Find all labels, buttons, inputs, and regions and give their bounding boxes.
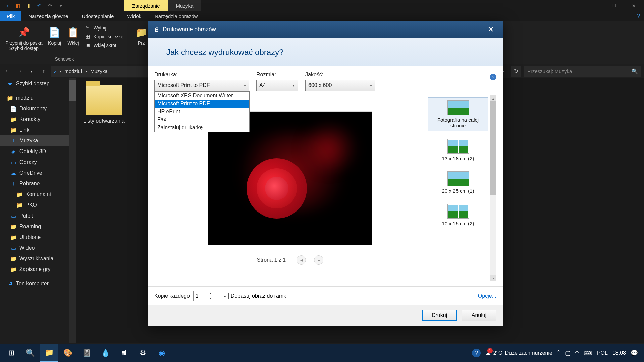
sidebar-item-links[interactable]: 📁Linki: [0, 125, 76, 135]
qat-dropdown-icon[interactable]: ▾: [58, 3, 64, 9]
weather-widget[interactable]: ☁1 2°C Duże zachmurzenie: [485, 350, 552, 356]
copies-input[interactable]: 1 ▴▾: [193, 291, 214, 301]
dropdown-item[interactable]: Microsoft XPS Document Writer: [155, 92, 249, 100]
tab-image-tools[interactable]: Narzędzia obrazów: [148, 11, 204, 21]
dropdown-item[interactable]: HP ePrint: [155, 108, 249, 116]
sidebar-item-onedrive[interactable]: ☁OneDrive: [0, 168, 76, 178]
tray-notifications-icon[interactable]: 💬: [631, 349, 638, 357]
sidebar-item-label: Obiekty 3D: [19, 148, 46, 155]
layout-full-page[interactable]: Fotografia na całej stronie: [428, 97, 488, 131]
help-badge-icon[interactable]: ?: [472, 349, 481, 357]
maximize-button[interactable]: ☐: [604, 0, 624, 11]
sidebar-item-pko[interactable]: 📁PKO: [0, 200, 76, 210]
paste-button[interactable]: 📋 Wklej: [65, 24, 82, 55]
layout-13x18[interactable]: 13 x 18 cm (2): [428, 136, 488, 164]
quality-select[interactable]: 600 x 600: [305, 80, 375, 91]
layout-20x25[interactable]: 20 x 25 cm (1): [428, 169, 488, 196]
tray-wifi-icon[interactable]: ⌔: [575, 350, 579, 357]
options-link[interactable]: Opcje...: [478, 293, 496, 299]
sidebar-item-contacts[interactable]: 📁Kontakty: [0, 114, 76, 125]
spin-up-icon[interactable]: ▴: [207, 291, 214, 296]
pin-label: Przypnij do paska Szybki dostęp: [5, 40, 43, 51]
sidebar-item-desktop[interactable]: ▭Pulpit: [0, 210, 76, 221]
prev-page-button[interactable]: ◂: [297, 255, 306, 265]
taskbar-app1[interactable]: 🎨: [58, 344, 77, 362]
tray-chevron-icon[interactable]: ˄: [557, 349, 560, 357]
sidebar-this-pc[interactable]: 🖥Ten komputer: [0, 278, 76, 289]
forward-button[interactable]: →: [15, 67, 24, 76]
back-button[interactable]: ←: [3, 67, 12, 76]
tab-share[interactable]: Udostępnianie: [75, 11, 120, 21]
tray-keyboard-icon[interactable]: ⌨: [584, 349, 592, 357]
dropdown-item[interactable]: Fax: [155, 116, 249, 124]
sidebar-item-saved-games[interactable]: 📁Zapisane gry: [0, 264, 76, 275]
spin-down-icon[interactable]: ▾: [207, 296, 214, 301]
sidebar-item-pictures[interactable]: ▭Obrazy: [0, 157, 76, 168]
dropdown-item[interactable]: Microsoft Print to PDF: [155, 100, 249, 108]
sidebar-item-favorites[interactable]: 📁Ulubione: [0, 232, 76, 243]
sidebar-item-documents[interactable]: 📄Dokumenty: [0, 103, 76, 114]
help-icon[interactable]: ?: [637, 13, 640, 20]
cancel-button[interactable]: Anuluj: [462, 310, 496, 321]
recent-dropdown[interactable]: ▾: [27, 67, 36, 76]
sidebar-item-komunalni[interactable]: 📁Komunalni: [0, 189, 76, 200]
close-button[interactable]: ✕: [624, 0, 644, 11]
sidebar-user-folder[interactable]: 📁 modziul: [0, 93, 76, 103]
sidebar-quick-access[interactable]: ★ Szybki dostęp: [0, 78, 76, 89]
taskbar-app3[interactable]: 💧: [96, 344, 115, 362]
up-button[interactable]: ↑: [39, 67, 48, 76]
dialog-body: ? Drukarka: Microsoft Print to PDF Rozmi…: [148, 66, 503, 286]
sidebar-item-downloads[interactable]: ↓Pobrane: [0, 178, 76, 189]
folder-playlists[interactable]: Listy odtwarzania: [83, 85, 125, 124]
copies-spinner[interactable]: ▴▾: [207, 291, 214, 301]
cut-button[interactable]: ✂ Wytnij: [84, 24, 125, 32]
refresh-button[interactable]: ↻: [511, 66, 521, 77]
layouts-scrollbar[interactable]: ▴ ▾: [490, 95, 496, 281]
image-icon: ▭: [10, 159, 17, 166]
help-icon[interactable]: ?: [490, 74, 496, 80]
sidebar-item-roaming[interactable]: 📁Roaming: [0, 221, 76, 232]
copy-label: Kopiuj: [48, 40, 61, 46]
redo-icon[interactable]: ↷: [47, 3, 53, 9]
fit-to-frame-checkbox[interactable]: ✓ Dopasuj obraz do ramk: [223, 293, 286, 299]
scroll-down-icon[interactable]: ▾: [490, 275, 496, 281]
sidebar-item-videos[interactable]: ▭Wideo: [0, 243, 76, 253]
sidebar-item-searches[interactable]: 📁Wyszukiwania: [0, 253, 76, 264]
tray-clock[interactable]: 18:08: [612, 350, 626, 356]
size-select[interactable]: A4: [256, 80, 298, 91]
tab-file[interactable]: Plik: [0, 11, 21, 21]
copy-path-button[interactable]: ▦ Kopiuj ścieżkę: [84, 33, 125, 40]
tab-home[interactable]: Narzędzia główne: [21, 11, 75, 21]
move-to-button[interactable]: 📁 Prz: [133, 24, 149, 62]
dropdown-item[interactable]: Zainstaluj drukarkę...: [155, 124, 249, 132]
tab-view[interactable]: Widok: [120, 11, 148, 21]
tray-language[interactable]: POL: [597, 350, 608, 356]
taskbar-explorer[interactable]: 📁: [40, 344, 58, 362]
taskbar-app2[interactable]: 📓: [77, 344, 96, 362]
sidebar-item-3d[interactable]: ◈Obiekty 3D: [0, 146, 76, 157]
minimize-button[interactable]: —: [584, 0, 604, 11]
undo-icon[interactable]: ↶: [36, 3, 42, 9]
pin-button[interactable]: 📌 Przypnij do paska Szybki dostęp: [4, 24, 44, 55]
taskbar-calculator[interactable]: 🖩: [115, 344, 133, 362]
tray-meet-icon[interactable]: ▢: [565, 349, 571, 357]
tab-manage[interactable]: Zarządzanie: [124, 0, 168, 11]
dialog-close-button[interactable]: ✕: [484, 24, 497, 35]
search-input[interactable]: Przeszukaj: Muzyka 🔍: [524, 66, 641, 77]
paste-shortcut-button[interactable]: ▣ Wklej skrót: [84, 42, 125, 49]
copy-button[interactable]: 📄 Kopiuj: [47, 24, 63, 55]
sidebar-item-music[interactable]: ♪Muzyka: [0, 135, 76, 146]
scroll-up-icon[interactable]: ▴: [490, 95, 496, 101]
sidebar-scrollbar[interactable]: [69, 78, 76, 343]
breadcrumb-user[interactable]: modziul: [65, 68, 82, 74]
taskbar-edge[interactable]: ◉: [152, 344, 171, 362]
start-button[interactable]: ⊞: [2, 344, 21, 362]
next-page-button[interactable]: ▸: [314, 255, 323, 265]
printer-select[interactable]: Microsoft Print to PDF: [154, 80, 249, 91]
taskbar-settings[interactable]: ⚙: [133, 344, 152, 362]
print-button[interactable]: Drukuj: [422, 310, 457, 321]
breadcrumb-folder[interactable]: Muzyka: [90, 68, 108, 74]
collapse-ribbon-icon[interactable]: ˄: [631, 13, 634, 20]
search-button[interactable]: 🔍: [21, 344, 40, 362]
layout-10x15[interactable]: 10 x 15 cm (2): [428, 201, 488, 229]
